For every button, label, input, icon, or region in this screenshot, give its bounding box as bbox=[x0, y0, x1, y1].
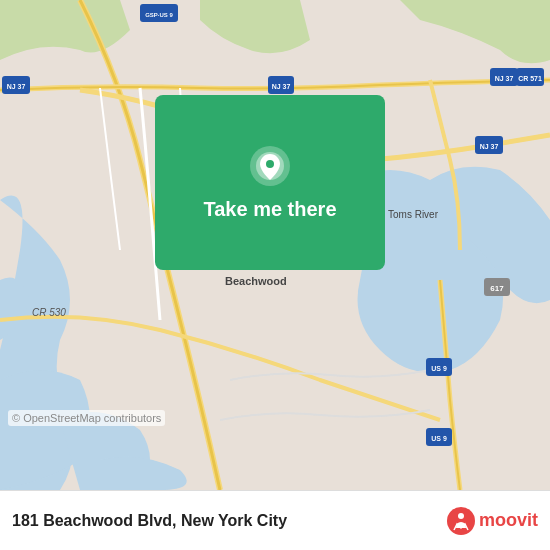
svg-text:NJ 37: NJ 37 bbox=[480, 143, 499, 150]
copyright-text: © OpenStreetMap contributors bbox=[8, 410, 165, 426]
svg-text:Toms River: Toms River bbox=[388, 209, 439, 220]
svg-text:CR 571: CR 571 bbox=[518, 75, 542, 82]
location-pin-icon bbox=[248, 144, 292, 188]
svg-text:617: 617 bbox=[490, 284, 504, 293]
svg-point-26 bbox=[447, 507, 475, 535]
bottom-bar: 181 Beachwood Blvd, New York City moovit bbox=[0, 490, 550, 550]
svg-text:NJ 37: NJ 37 bbox=[7, 83, 26, 90]
svg-text:US 9: US 9 bbox=[431, 435, 447, 442]
svg-text:NJ 37: NJ 37 bbox=[495, 75, 514, 82]
svg-text:CR 530: CR 530 bbox=[32, 307, 66, 318]
moovit-icon bbox=[446, 506, 476, 536]
svg-text:Beachwood: Beachwood bbox=[225, 275, 287, 287]
overlay-card: Take me there bbox=[155, 95, 385, 270]
moovit-logo: moovit bbox=[446, 506, 538, 536]
map-container: NJ 37 NJ 37 NJ 37 GSP·US 9 CR 571 CR 530… bbox=[0, 0, 550, 490]
svg-text:NJ 37: NJ 37 bbox=[272, 83, 291, 90]
svg-point-27 bbox=[458, 513, 464, 519]
svg-point-25 bbox=[266, 160, 274, 168]
take-me-there-button[interactable]: Take me there bbox=[203, 198, 336, 221]
svg-text:US 9: US 9 bbox=[431, 365, 447, 372]
svg-text:GSP·US 9: GSP·US 9 bbox=[145, 12, 173, 18]
moovit-label: moovit bbox=[479, 510, 538, 531]
address-label: 181 Beachwood Blvd, New York City bbox=[12, 512, 436, 530]
